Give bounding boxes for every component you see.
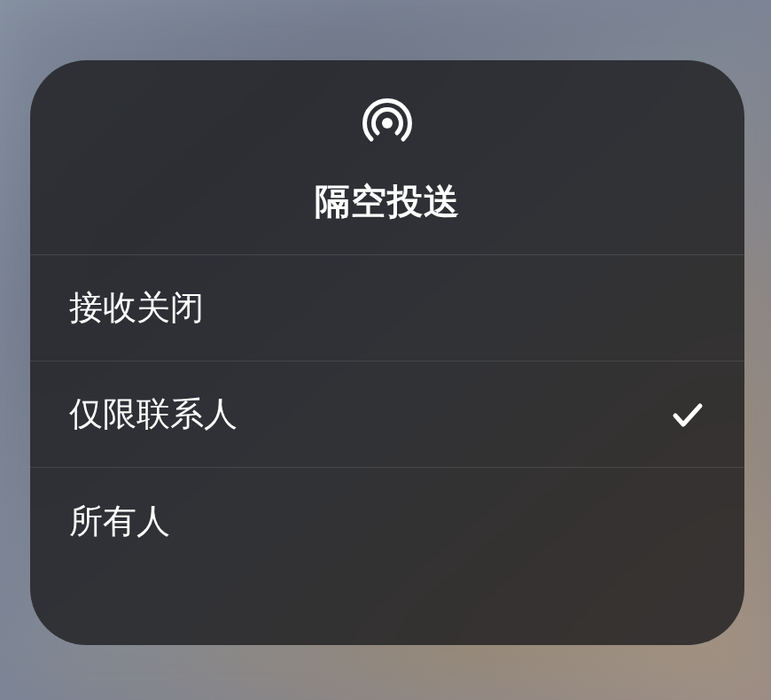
option-receiving-off[interactable]: 接收关闭 — [30, 255, 744, 362]
option-label: 接收关闭 — [69, 285, 204, 331]
airdrop-icon — [358, 94, 417, 152]
panel-title: 隔空投送 — [315, 177, 460, 226]
options-list: 接收关闭 仅限联系人 所有人 — [30, 255, 744, 645]
svg-point-0 — [382, 118, 393, 128]
option-label: 仅限联系人 — [69, 392, 238, 437]
checkmark-icon — [670, 397, 705, 432]
airdrop-settings-panel: 隔空投送 接收关闭 仅限联系人 所有人 — [30, 60, 744, 645]
option-label: 所有人 — [69, 499, 170, 544]
option-everyone[interactable]: 所有人 — [30, 468, 744, 574]
panel-header: 隔空投送 — [30, 60, 744, 255]
option-contacts-only[interactable]: 仅限联系人 — [30, 362, 744, 468]
